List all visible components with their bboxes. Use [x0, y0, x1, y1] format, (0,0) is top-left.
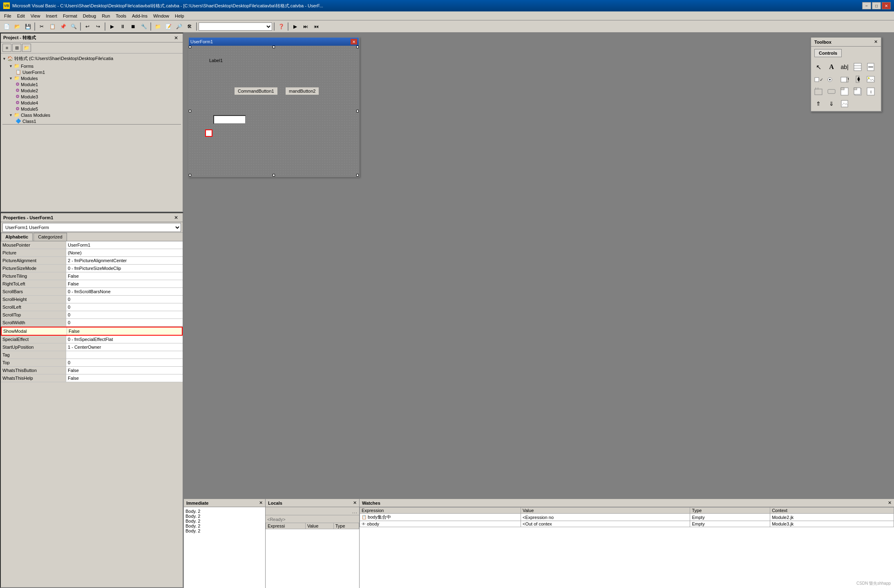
watches-close[interactable]: ✕ — [888, 500, 892, 506]
view-code-btn[interactable]: ≡ — [2, 44, 11, 52]
prop-object-select[interactable]: UserForm1 UserForm — [2, 223, 181, 232]
toolbar-stop[interactable]: ⏹ — [128, 22, 138, 31]
menu-format[interactable]: Format — [60, 13, 80, 19]
tool-down-arrow[interactable]: ⇓ — [826, 98, 837, 109]
prop-value-scrollwidth[interactable]: 0 — [66, 319, 183, 326]
resize-handle-br[interactable] — [356, 174, 359, 176]
tool-radiobutton[interactable] — [826, 74, 837, 85]
tool-up-arrow[interactable]: ⇑ — [813, 98, 824, 109]
toolbox-close-btn[interactable]: ✕ — [874, 39, 878, 45]
prop-row-scrollwidth[interactable]: ScrollWidth 0 — [1, 319, 183, 327]
toolbar-copy[interactable]: 📋 — [47, 22, 57, 31]
tree-module5[interactable]: ⚙ Module5 — [16, 106, 181, 112]
prop-value-tag[interactable] — [66, 351, 183, 359]
toolbar-run[interactable]: ▶ — [107, 22, 117, 31]
classmodules-expand[interactable]: ▼ — [9, 113, 13, 117]
resize-handle-right[interactable] — [356, 110, 359, 112]
tool-spinbutton[interactable]: ▲▼ — [852, 74, 863, 85]
toolbar-projectexplorer[interactable]: 📁 — [153, 22, 163, 31]
prop-row-scrolltop[interactable]: ScrollTop 0 — [1, 311, 183, 319]
prop-value-picturetiling[interactable]: False — [66, 272, 183, 280]
prop-row-scrollheight[interactable]: ScrollHeight 0 — [1, 296, 183, 303]
toolbar-objectbrowser[interactable]: 🔎 — [174, 22, 184, 31]
forms-expand[interactable]: ▼ — [9, 64, 13, 68]
tool-scrollbar[interactable] — [865, 61, 876, 73]
tool-combobox[interactable]: ▼ — [839, 74, 850, 85]
prop-value-scrollleft[interactable]: 0 — [66, 303, 183, 311]
prop-row-picture[interactable]: Picture (None) — [1, 249, 183, 257]
tool-image2[interactable] — [839, 98, 850, 109]
watches-row-2[interactable]: 👁 obody <Out of contex Empty Module3.jk — [360, 521, 894, 527]
title-controls[interactable]: − □ ✕ — [862, 2, 891, 9]
prop-value-righttoleft[interactable]: False — [66, 280, 183, 287]
tree-module3[interactable]: ⚙ Module3 — [16, 94, 181, 100]
toolbar-step-out[interactable]: ⏮ — [311, 22, 321, 31]
prop-row-picturetiling[interactable]: PictureTiling False — [1, 272, 183, 280]
toolbar-new[interactable]: 📄 — [2, 22, 11, 31]
properties-panel-close[interactable]: ✕ — [172, 214, 180, 221]
prop-row-tag[interactable]: Tag — [1, 351, 183, 359]
prop-value-scrolltop[interactable]: 0 — [66, 311, 183, 318]
resize-handle-tr[interactable] — [356, 46, 359, 48]
resize-handle-bottom[interactable] — [273, 174, 275, 176]
menu-tools[interactable]: Tools — [113, 13, 129, 19]
toolbar-step-over[interactable]: ⏭ — [301, 22, 311, 31]
tool-label[interactable]: A — [826, 61, 837, 73]
tool-image[interactable] — [865, 74, 876, 85]
tree-forms-group[interactable]: ▼ 📁 Forms — [9, 63, 181, 69]
toolbar-open[interactable]: 📂 — [12, 22, 22, 31]
prop-row-top[interactable]: Top 0 — [1, 359, 183, 367]
tree-class1[interactable]: 🔷 Class1 — [16, 118, 181, 124]
toolbar-paste[interactable]: 📌 — [58, 22, 68, 31]
tool-checkbox[interactable]: ✓ — [813, 74, 824, 85]
tool-frame[interactable]: ⊓ — [813, 86, 824, 97]
toolbox-controls-tab[interactable]: Controls — [814, 49, 842, 57]
tool-textbox[interactable]: ab| — [839, 61, 850, 73]
prop-value-top[interactable]: 0 — [66, 359, 183, 366]
prop-row-specialeffect[interactable]: SpecialEffect 0 - fmSpecialEffectFlat — [1, 336, 183, 343]
prop-row-whatsthisbutton[interactable]: WhatsThisButton False — [1, 367, 183, 374]
menu-file[interactable]: File — [2, 13, 14, 19]
menu-addins[interactable]: Add-Ins — [130, 13, 150, 19]
prop-selector[interactable]: UserForm1 UserForm — [1, 222, 183, 233]
tree-userform1[interactable]: 📋 UserForm1 — [16, 69, 181, 75]
close-button[interactable]: ✕ — [882, 2, 891, 9]
prop-value-picture[interactable]: (None) — [66, 249, 183, 256]
tool-pointer[interactable]: ↖ — [813, 61, 824, 73]
tree-classmodules-group[interactable]: ▼ 📁 Class Modules — [9, 112, 181, 118]
locals-expression-input[interactable] — [267, 509, 352, 514]
prop-row-picturesizemode[interactable]: PictureSizeMode 0 - fmPictureSizeModeCli… — [1, 265, 183, 272]
prop-row-whatsthishelp[interactable]: WhatsThisHelp False — [1, 374, 183, 382]
menu-debug[interactable]: Debug — [80, 13, 98, 19]
toolbar-step-into[interactable]: ▶ — [290, 22, 300, 31]
toolbar-undo[interactable]: ↩ — [83, 22, 92, 31]
userform-body[interactable]: Label1 CommandButton1 mandButton2 — [189, 46, 359, 176]
tool-tabstrip[interactable] — [839, 86, 850, 97]
prop-row-picturealignment[interactable]: PictureAlignment 2 - fmPictureAlignmentC… — [1, 257, 183, 265]
resize-handle-top[interactable] — [273, 46, 275, 48]
prop-row-scrollbars[interactable]: ScrollBars 0 - fmScrollBarsNone — [1, 288, 183, 296]
tab-alphabetic[interactable]: Alphabetic — [1, 233, 33, 241]
tree-module2[interactable]: ⚙ Module2 — [16, 87, 181, 94]
toggle-folders-btn[interactable]: 📁 — [22, 44, 31, 52]
prop-value-whatsthisbutton[interactable]: False — [66, 367, 183, 374]
prop-value-startupposition[interactable]: 1 - CenterOwner — [66, 343, 183, 351]
resize-handle-left[interactable] — [189, 110, 191, 112]
form-small-control[interactable] — [205, 129, 212, 137]
tool-listbox[interactable] — [852, 61, 863, 73]
menu-run[interactable]: Run — [99, 13, 112, 19]
immediate-content[interactable]: Body. 2 Body. 2 Body. 2 Body. 2 Body. 2 — [184, 507, 265, 588]
prop-value-specialeffect[interactable]: 0 - fmSpecialEffectFlat — [66, 336, 183, 343]
tool-multipage[interactable] — [852, 86, 863, 97]
locals-dots-btn[interactable]: … — [352, 508, 358, 514]
prop-value-whatsthishelp[interactable]: False — [66, 374, 183, 382]
tree-modules-group[interactable]: ▼ 📁 Modules — [9, 75, 181, 81]
tree-root[interactable]: ▼ 🏠 转格式 (C:\Users\Shae\Desktop\DesktopFi… — [2, 55, 181, 62]
menu-view[interactable]: View — [28, 13, 43, 19]
prop-value-mousepointer[interactable]: UserForm1 — [66, 241, 183, 249]
watches-row-1[interactable]: 📋 body集合中 <Expression no Empty Module2.j… — [360, 514, 894, 521]
menu-help[interactable]: Help — [172, 13, 187, 19]
tree-module4[interactable]: ⚙ Module4 — [16, 100, 181, 106]
tool-extra-scroll[interactable]: ↕ — [865, 86, 876, 97]
prop-value-showmodal[interactable]: False — [67, 327, 182, 335]
